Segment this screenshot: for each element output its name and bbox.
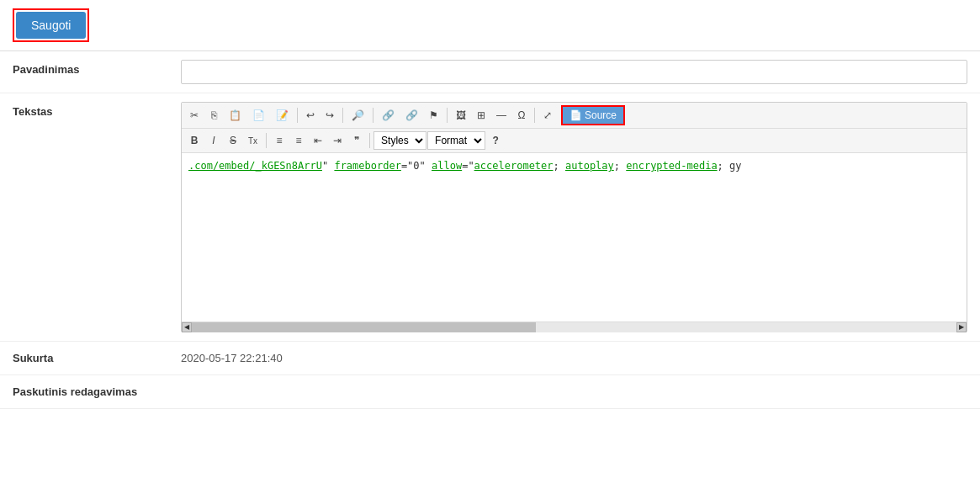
pavadinimas-input[interactable] bbox=[181, 60, 967, 84]
image-button[interactable]: 🖼 bbox=[451, 106, 471, 125]
paskutinis-row: Paskutinis redagavimas bbox=[0, 375, 980, 409]
source-button-wrapper: 📄 Source bbox=[561, 105, 625, 125]
maximize-button[interactable]: ⤢ bbox=[538, 106, 557, 125]
ul-button[interactable]: ≡ bbox=[289, 131, 308, 150]
toolbar-row2: B I S Tx ≡ ≡ ⇤ ⇥ ❞ Styles Format bbox=[182, 129, 967, 153]
sep3 bbox=[373, 108, 373, 123]
hr-button[interactable]: — bbox=[491, 106, 511, 125]
copy-button[interactable]: ⎘ bbox=[204, 106, 223, 125]
save-button[interactable]: Saugoti bbox=[16, 12, 86, 39]
anchor-button[interactable]: ⚑ bbox=[424, 106, 443, 125]
editor-wrapper: ✂ ⎘ 📋 📄 📝 ↩ ↪ 🔎 🔗 🔗 ⚑ 🖼 ⊞ bbox=[181, 102, 967, 332]
pavadinimas-value-cell bbox=[168, 51, 980, 93]
sep6 bbox=[266, 133, 267, 148]
help-button[interactable]: ? bbox=[486, 131, 505, 150]
scroll-left-arrow[interactable]: ◀ bbox=[182, 322, 192, 332]
italic-button[interactable]: I bbox=[204, 131, 223, 150]
editor-cell: ✂ ⎘ 📋 📄 📝 ↩ ↪ 🔎 🔗 🔗 ⚑ 🖼 ⊞ bbox=[168, 93, 980, 342]
scroll-track[interactable] bbox=[192, 322, 956, 332]
editor-content[interactable]: .com/embed/_kGESn8ArrU" frameborder="0" … bbox=[182, 153, 967, 321]
strikethrough-button[interactable]: S bbox=[224, 131, 242, 150]
source-label: Source bbox=[585, 109, 617, 121]
format-select[interactable]: Format bbox=[427, 131, 485, 150]
bold-button[interactable]: B bbox=[185, 131, 204, 150]
ol-button[interactable]: ≡ bbox=[270, 131, 289, 150]
pavadinimas-row: Pavadinimas bbox=[0, 51, 980, 93]
indent-less-button[interactable]: ⇤ bbox=[309, 131, 327, 150]
sep4 bbox=[447, 108, 448, 123]
undo-button[interactable]: ↩ bbox=[301, 106, 320, 125]
unlink-button[interactable]: 🔗 bbox=[400, 106, 423, 125]
link-button[interactable]: 🔗 bbox=[377, 106, 400, 125]
cut-button[interactable]: ✂ bbox=[185, 106, 204, 125]
tekstas-label: Tekstas bbox=[0, 93, 168, 342]
form-table: Pavadinimas Tekstas ✂ ⎘ 📋 📄 📝 ↩ ↪ 🔎 bbox=[0, 51, 980, 342]
blockquote-button[interactable]: ❞ bbox=[347, 131, 366, 150]
indent-more-button[interactable]: ⇥ bbox=[328, 131, 347, 150]
paskutinis-label: Paskutinis redagavimas bbox=[13, 385, 181, 398]
sukurta-row: Sukurta 2020-05-17 22:21:40 bbox=[0, 342, 980, 375]
sep2 bbox=[342, 108, 343, 123]
save-button-wrapper: Saugoti bbox=[13, 8, 89, 42]
source-icon: 📄 bbox=[569, 109, 582, 121]
sukurta-label: Sukurta bbox=[13, 352, 181, 364]
editor-scrollbar[interactable]: ◀ ▶ bbox=[182, 321, 967, 332]
paste-plain-button[interactable]: 📄 bbox=[247, 106, 270, 125]
clear-format-button[interactable]: Tx bbox=[243, 133, 262, 149]
special-char-button[interactable]: Ω bbox=[512, 106, 531, 125]
source-button[interactable]: 📄 Source bbox=[563, 107, 623, 124]
tekstas-row: Tekstas ✂ ⎘ 📋 📄 📝 ↩ ↪ 🔎 🔗 🔗 bbox=[0, 93, 980, 342]
paste-button[interactable]: 📋 bbox=[224, 106, 246, 125]
scroll-right-arrow[interactable]: ▶ bbox=[956, 322, 967, 332]
sep5 bbox=[534, 108, 535, 123]
styles-select[interactable]: Styles bbox=[373, 131, 426, 150]
paste-word-button[interactable]: 📝 bbox=[271, 106, 294, 125]
find-button[interactable]: 🔎 bbox=[347, 106, 369, 125]
scroll-thumb[interactable] bbox=[192, 322, 536, 332]
sukurta-value: 2020-05-17 22:21:40 bbox=[181, 352, 283, 364]
pavadinimas-label: Pavadinimas bbox=[0, 51, 168, 93]
sep1 bbox=[297, 108, 298, 123]
editor-html-content: .com/embed/_kGESn8ArrU" frameborder="0" … bbox=[188, 160, 742, 172]
toolbar-row1: ✂ ⎘ 📋 📄 📝 ↩ ↪ 🔎 🔗 🔗 ⚑ 🖼 ⊞ bbox=[182, 103, 967, 129]
sep7 bbox=[369, 133, 370, 148]
redo-button[interactable]: ↪ bbox=[320, 106, 339, 125]
table-button[interactable]: ⊞ bbox=[472, 106, 490, 125]
